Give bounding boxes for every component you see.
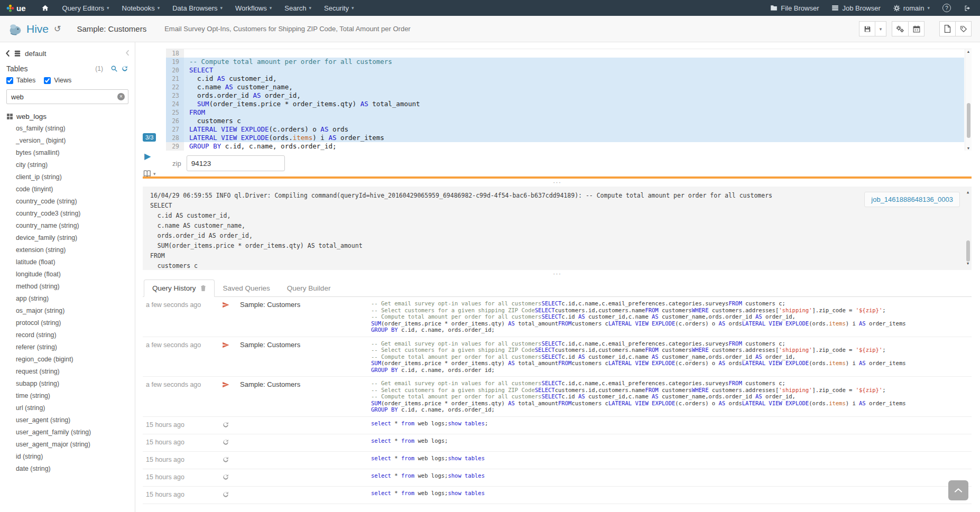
execute-button[interactable]: ▶ (144, 151, 151, 161)
history-row[interactable]: 15 hours agoselect * from web_logs;show … (143, 417, 972, 434)
nav-menu-data-browsers[interactable]: Data Browsers▾ (166, 0, 229, 16)
column-item[interactable]: user_agent (string) (16, 414, 135, 426)
editor-line: 20SELECT (166, 66, 964, 75)
column-item[interactable]: client_ip (string) (16, 171, 135, 183)
column-item[interactable]: extension (string) (16, 244, 135, 256)
document-button[interactable] (939, 21, 956, 36)
column-item[interactable]: time (string) (16, 390, 135, 402)
history-button[interactable]: ↺ (54, 24, 61, 34)
history-row[interactable]: a few seconds agoSample: Customers-- Get… (143, 337, 972, 377)
variable-input[interactable] (187, 155, 285, 171)
nav-menu-search[interactable]: Search▾ (278, 0, 318, 16)
caret-down-icon: ▾ (158, 5, 160, 11)
navigator-toggle[interactable]: ▾ (143, 170, 156, 177)
scrollbar-thumb[interactable] (967, 103, 970, 138)
column-item[interactable]: id (string) (16, 451, 135, 463)
column-item[interactable]: city (string) (16, 159, 135, 171)
job-link[interactable]: job_1461888648136_0003 (864, 192, 960, 207)
column-item[interactable]: user_agent_major (string) (16, 439, 135, 451)
column-item[interactable]: url (string) (16, 402, 135, 414)
refresh-icon (222, 490, 240, 500)
scroll-up-icon[interactable]: ▲ (965, 188, 971, 198)
history-row[interactable]: 15 hours agoselect * from web_logs; (143, 434, 972, 452)
column-item[interactable]: os_major (string) (16, 305, 135, 317)
column-item[interactable]: user_agent_family (string) (16, 426, 135, 439)
clear-filter-button[interactable]: × (117, 93, 125, 100)
editor-line: 24 SUM(order_items.price * order_items.q… (166, 100, 964, 108)
history-name: Sample: Customers (240, 380, 371, 388)
column-item[interactable]: latitude (float) (16, 256, 135, 268)
column-item[interactable]: protocol (string) (16, 317, 135, 329)
column-item[interactable]: subapp (string) (16, 378, 135, 390)
tab-query-builder[interactable]: Query Builder (279, 280, 339, 297)
column-item[interactable]: app (string) (16, 293, 135, 305)
save-button[interactable] (859, 21, 875, 36)
table-item[interactable]: web_logs (0, 106, 135, 122)
scroll-up-icon[interactable]: ▲ (965, 50, 972, 53)
column-item[interactable]: country_code3 (string) (16, 208, 135, 220)
schedule-button[interactable] (908, 21, 924, 36)
refresh-tables-button[interactable] (121, 65, 128, 72)
tags-button[interactable] (955, 21, 972, 36)
logout-icon (964, 5, 972, 12)
column-item[interactable]: _version_ (bigint) (16, 135, 135, 147)
nav-menu-query-editors[interactable]: Query Editors▾ (56, 0, 116, 16)
tables-checkbox[interactable] (6, 77, 13, 84)
file-browser-button[interactable]: File Browser (764, 0, 825, 16)
sql-editor[interactable]: ▲ ▼ 18 19-- Compute total amount per ord… (166, 49, 972, 151)
nav-menu-workflows[interactable]: Workflows▾ (229, 0, 278, 16)
table-search-button[interactable] (110, 65, 118, 72)
column-item[interactable]: os_family (string) (16, 123, 135, 135)
tab-saved-queries[interactable]: Saved Queries (215, 280, 279, 297)
column-item[interactable]: referer (string) (16, 341, 135, 353)
column-item[interactable]: record (string) (16, 329, 135, 341)
user-menu[interactable]: romain ▾ (887, 0, 936, 16)
job-browser-label: Job Browser (842, 4, 880, 12)
column-item[interactable]: method (string) (16, 281, 135, 293)
resize-handle[interactable]: ··· (143, 270, 972, 278)
column-item[interactable]: bytes (smallint) (16, 147, 135, 159)
scroll-top-button[interactable] (948, 480, 968, 500)
column-item[interactable]: date (string) (16, 463, 135, 475)
app-name[interactable]: Hive (26, 23, 49, 35)
scrollbar-thumb[interactable] (966, 240, 970, 262)
save-dropdown-button[interactable]: ▾ (875, 21, 886, 36)
database-name[interactable]: default (25, 50, 47, 58)
history-row[interactable]: 15 hours agoselect * from web_logs;show … (143, 487, 972, 504)
history-row[interactable]: 15 hours agoselect * from web_logs;show … (143, 452, 972, 469)
scroll-down-icon[interactable]: ▼ (965, 146, 972, 150)
tab-query-history[interactable]: Query History (144, 280, 215, 297)
home-button[interactable] (34, 4, 56, 12)
settings-button[interactable] (892, 21, 909, 36)
hue-logo[interactable]: ue (0, 4, 34, 13)
scroll-down-icon[interactable]: ▼ (965, 259, 971, 269)
column-item[interactable]: code (tinyint) (16, 183, 135, 196)
trash-icon[interactable] (200, 285, 206, 292)
column-item[interactable]: request (string) (16, 366, 135, 378)
nav-menu-notebooks[interactable]: Notebooks▾ (116, 0, 167, 16)
table-filter-input[interactable] (6, 89, 128, 104)
line-number: 28 (166, 134, 184, 142)
column-item[interactable]: longitude (float) (16, 268, 135, 281)
column-item[interactable]: region_code (bigint) (16, 353, 135, 366)
logout-button[interactable] (957, 0, 980, 16)
nav-menu-security[interactable]: Security▾ (318, 0, 360, 16)
help-button[interactable]: ? (936, 0, 957, 16)
history-time: a few seconds ago (143, 340, 222, 349)
back-button[interactable] (5, 50, 10, 57)
column-item[interactable]: country_code (string) (16, 196, 135, 208)
views-checkbox[interactable] (44, 77, 51, 84)
resize-handle[interactable]: ··· (143, 179, 972, 187)
history-row[interactable]: a few seconds agoSample: Customers-- Get… (143, 377, 972, 417)
column-item[interactable]: device_family (string) (16, 232, 135, 244)
editor-line: 23 ords.order_id AS order_id, (166, 91, 964, 100)
editor-scrollbar[interactable]: ▲ ▼ (965, 49, 972, 151)
job-browser-button[interactable]: Job Browser (825, 0, 886, 16)
calendar-icon (913, 25, 920, 33)
history-name (240, 437, 371, 438)
column-item[interactable]: country_name (string) (16, 220, 135, 232)
history-row[interactable]: 15 hours agoselect * from web_logs;show … (143, 469, 972, 487)
history-row[interactable]: a few seconds agoSample: Customers-- Get… (143, 297, 972, 337)
log-scrollbar[interactable]: ▲ ▼ (965, 187, 972, 270)
collapse-panel-button[interactable] (125, 49, 130, 58)
